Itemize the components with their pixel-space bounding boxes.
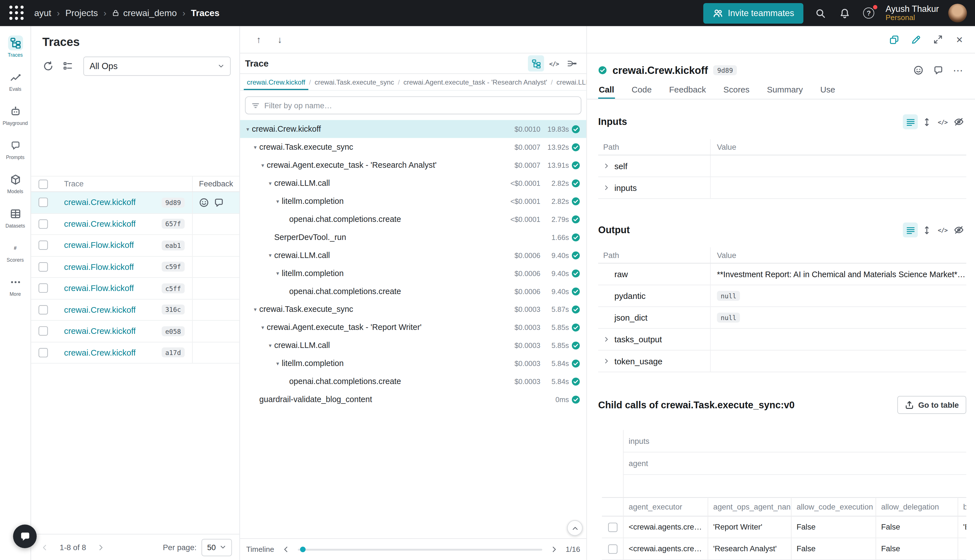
row-checkbox[interactable] <box>608 522 617 532</box>
output-value-text[interactable]: **Investment Report: AI in Chemical and … <box>717 269 966 278</box>
column-settings-button[interactable] <box>60 58 76 74</box>
edit-pencil-button[interactable] <box>908 31 924 47</box>
trace-list-row[interactable]: crewai.Crew.kickoff316c <box>31 299 239 321</box>
refresh-button[interactable] <box>40 58 56 74</box>
trace-tree-row[interactable]: ▾crewai.LLM.call<$0.00012.82s <box>240 174 586 192</box>
detail-tab-summary[interactable]: Summary <box>766 81 803 99</box>
tree-expand-caret[interactable]: ▾ <box>266 252 274 258</box>
trace-op-name[interactable]: crewai.Crew.kickoff <box>64 348 136 357</box>
expand-chevron-icon[interactable] <box>603 358 609 364</box>
inputs-row[interactable]: inputs <box>598 177 966 199</box>
notifications-bell-icon[interactable] <box>837 6 852 21</box>
trace-list-row[interactable]: crewai.Flow.kickoffc59f <box>31 256 239 278</box>
next-call-arrow-button[interactable]: ↓ <box>272 32 287 47</box>
timeline-track[interactable] <box>298 548 542 550</box>
breadcrumb-projects[interactable]: Projects <box>65 8 98 18</box>
rail-item-more[interactable]: More <box>0 272 30 300</box>
overflow-menu-button[interactable]: ⋯ <box>950 62 966 78</box>
trace-path-tab[interactable]: crewai.Crew.kickoff <box>244 74 308 90</box>
trace-list-row[interactable]: crewai.Flow.kickoffc5ff <box>31 278 239 299</box>
smiley-feedback-icon[interactable] <box>199 197 209 207</box>
trace-tree-row[interactable]: ▾crewai.LLM.call$0.00035.85s <box>240 336 586 354</box>
row-checkbox[interactable] <box>608 544 617 553</box>
support-chat-button[interactable] <box>13 525 37 548</box>
output-row[interactable]: tasks_output <box>598 329 966 350</box>
help-icon[interactable]: ? <box>861 6 876 21</box>
rail-item-evals[interactable]: Evals <box>0 67 30 95</box>
detail-tab-scores[interactable]: Scores <box>723 81 750 99</box>
child-table-column-header[interactable]: allow_delegation <box>875 497 958 516</box>
scroll-to-top-button[interactable] <box>567 520 583 536</box>
trace-op-name[interactable]: crewai.Crew.kickoff <box>64 219 136 228</box>
trace-tree-row[interactable]: ▾crewai.Agent.execute_task - 'Report Wri… <box>240 318 586 336</box>
breadcrumb-org[interactable]: ayut <box>34 8 51 18</box>
feedback-column-header[interactable]: Feedback <box>192 177 240 192</box>
trace-op-name[interactable]: crewai.Crew.kickoff <box>64 327 136 336</box>
tree-view-button[interactable] <box>528 55 544 71</box>
rail-item-models[interactable]: Models <box>0 169 30 198</box>
invite-teammates-button[interactable]: Invite teammates <box>703 3 803 23</box>
next-page-chevron-icon[interactable] <box>93 540 109 555</box>
trace-op-name[interactable]: crewai.Flow.kickoff <box>64 262 134 272</box>
trace-tree-row[interactable]: ▾litellm.completion$0.00069.40s <box>240 264 586 282</box>
detail-tab-use[interactable]: Use <box>820 81 836 99</box>
child-table-column-header[interactable]: agent_ops_agent_nan <box>708 497 791 516</box>
close-button[interactable]: ✕ <box>951 31 967 47</box>
tree-expand-caret[interactable]: ▾ <box>244 126 252 132</box>
expand-chevron-icon[interactable] <box>603 163 609 169</box>
tree-expand-caret[interactable]: ▾ <box>251 306 259 312</box>
trace-path-tab[interactable]: crewai.LLM.cal <box>554 74 586 90</box>
trace-tree-row[interactable]: openai.chat.completions.create$0.00069.4… <box>240 282 586 300</box>
hide-values-eye-button[interactable] <box>951 222 966 237</box>
wandb-logo-icon[interactable] <box>9 6 24 21</box>
trace-list-row[interactable]: crewai.Crew.kickoff9d89 <box>31 192 239 213</box>
expand-chevron-icon[interactable] <box>603 336 609 342</box>
child-table-column-header[interactable]: agent_executor <box>623 497 708 516</box>
row-checkbox[interactable] <box>38 327 48 336</box>
detail-tab-call[interactable]: Call <box>598 81 615 99</box>
inputs-row[interactable]: self <box>598 155 966 177</box>
trace-op-name[interactable]: crewai.Crew.kickoff <box>64 305 136 314</box>
trace-op-name[interactable]: crewai.Flow.kickoff <box>64 241 134 250</box>
row-checkbox[interactable] <box>38 348 48 357</box>
trace-list-row[interactable]: crewai.Crew.kickoff657f <box>31 213 239 235</box>
fullscreen-button[interactable] <box>930 31 946 47</box>
add-reaction-smiley-button[interactable] <box>910 62 927 78</box>
breadcrumb-page[interactable]: Traces <box>191 8 219 18</box>
rail-item-prompts[interactable]: Prompts <box>0 135 30 163</box>
expand-rows-button[interactable] <box>919 222 934 237</box>
rail-item-scorers[interactable]: # Scorers <box>0 237 30 266</box>
child-table-group-label[interactable]: agent <box>623 453 966 475</box>
select-all-checkbox[interactable] <box>38 179 48 188</box>
avatar[interactable] <box>948 4 967 22</box>
tree-expand-caret[interactable]: ▾ <box>266 180 274 186</box>
child-table-column-header[interactable]: allow_code_execution <box>791 497 876 516</box>
trace-list-row[interactable]: crewai.Crew.kickoffe058 <box>31 321 239 342</box>
trace-tree-row[interactable]: openai.chat.completions.create$0.00035.8… <box>240 372 586 390</box>
row-checkbox[interactable] <box>38 241 48 250</box>
trace-path-tab[interactable]: crewai.Task.execute_sync <box>311 74 397 90</box>
trace-column-header[interactable]: Trace <box>55 177 192 192</box>
detail-tab-code[interactable]: Code <box>631 81 653 99</box>
add-comment-button[interactable] <box>930 62 946 78</box>
trace-tree-row[interactable]: SerperDevTool._run1.66s <box>240 228 586 246</box>
per-page-select[interactable]: 50 <box>202 538 232 556</box>
rail-item-traces[interactable]: Traces <box>0 32 30 61</box>
trace-tree-row[interactable]: ▾litellm.completion<$0.00012.82s <box>240 192 586 210</box>
timeline-next-chevron-icon[interactable] <box>547 543 561 556</box>
trace-tree-row[interactable]: openai.chat.completions.create<$0.00012.… <box>240 210 586 228</box>
output-row[interactable]: raw**Investment Report: AI in Chemical a… <box>598 263 966 285</box>
trace-tree-row[interactable]: ▾crewai.Crew.kickoff$0.001019.83s <box>240 120 586 138</box>
row-checkbox[interactable] <box>38 284 48 293</box>
row-checkbox[interactable] <box>38 262 48 272</box>
trace-list-row[interactable]: crewai.Crew.kickoffa17d <box>31 342 239 363</box>
open-in-stack-button[interactable] <box>886 31 902 47</box>
trace-tree-row[interactable]: ▾crewai.Task.execute_sync$0.00035.87s <box>240 300 586 318</box>
child-table-row[interactable]: <crewai.agents.cre…'Report Writer'FalseF… <box>602 517 967 538</box>
tree-expand-caret[interactable]: ▾ <box>274 360 282 366</box>
tree-expand-caret[interactable]: ▾ <box>259 162 267 168</box>
tree-expand-caret[interactable]: ▾ <box>251 144 259 150</box>
op-filter-select[interactable]: All Ops <box>83 56 230 75</box>
comment-feedback-icon[interactable] <box>214 197 224 207</box>
expand-rows-button[interactable] <box>919 115 934 130</box>
